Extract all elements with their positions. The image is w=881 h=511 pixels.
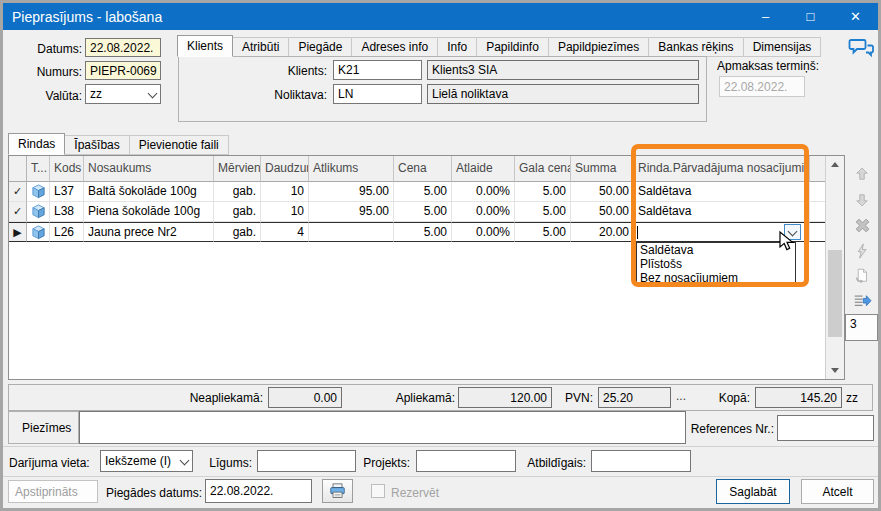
references-label: References Nr.: (690, 421, 774, 437)
datums-label: Datums: (18, 41, 82, 57)
tab-info[interactable]: Info (438, 37, 477, 57)
rezervet-label: Rezervēt (391, 485, 439, 501)
dropdown-option[interactable]: Bez nosacījumiem (637, 271, 795, 285)
apliekama-label: Apliekamā: (388, 390, 455, 406)
kopa-field: 145.20 (755, 387, 842, 408)
tab-bankas-rekins[interactable]: Bankas rēķins (649, 37, 743, 57)
piezimes-label: Piezīmes (22, 420, 71, 436)
chevron-down-icon (180, 455, 190, 465)
neapliekama-label: Neapliekamā: (183, 390, 263, 406)
noliktava-name-field: Lielā noliktava (427, 84, 699, 104)
header-mervien[interactable]: Mērvien... (214, 156, 261, 182)
klients-name-field: Klients3 SIA (427, 60, 699, 80)
header-kods[interactable]: Kods (50, 156, 84, 182)
saglabat-button[interactable]: Saglabāt (716, 479, 790, 504)
vertical-scrollbar[interactable] (825, 156, 844, 379)
numurs-field[interactable]: PIEPR-0069 (85, 61, 161, 80)
copy-document-icon[interactable] (849, 264, 875, 288)
dropdown-option[interactable]: Saldētava (637, 243, 795, 257)
table-row-current[interactable]: ▶ L26 Jauna prece Nr2 gab. 4 5.00 0.00% … (9, 222, 825, 242)
rinda-combobox-editor[interactable] (634, 222, 810, 242)
neapliekama-field: 0.00 (268, 387, 342, 408)
tab-atributi[interactable]: Atribūti (233, 37, 289, 57)
scrollbar-track[interactable] (826, 173, 844, 362)
row-indicator: ✓ (9, 202, 27, 222)
header-summa[interactable]: Summa (571, 156, 634, 182)
window-title: Pieprasījums - labošana (12, 9, 162, 25)
row-indicator: ✓ (9, 182, 27, 202)
piegades-datums-field[interactable]: 22.08.2022. (205, 479, 312, 503)
tab-adreses-info[interactable]: Adreses info (352, 37, 438, 57)
tab-papildpiezimes[interactable]: Papildpiezīmes (549, 37, 649, 57)
tab-papildinfo[interactable]: Papildinfo (477, 37, 549, 57)
tab-pievienotie-faili[interactable]: Pievienotie faili (130, 135, 229, 155)
header-atlikums[interactable]: Atlikums (309, 156, 394, 182)
pvn-field: 25.20 (598, 387, 671, 408)
tab-klients[interactable]: Klients (177, 35, 233, 57)
atcelt-button[interactable]: Atcelt (801, 479, 874, 504)
scroll-down-button[interactable] (826, 362, 844, 379)
separator-line (3, 446, 878, 447)
grid-tabstrip: Rindas Īpašības Pievienotie faili (8, 133, 229, 155)
valuta-label: Valūta: (18, 88, 82, 104)
rezervet-checkbox (371, 484, 385, 498)
darijuma-select[interactable]: Iekšzeme (I) (100, 450, 193, 472)
pvn-label: PVN: (563, 390, 593, 406)
dropdown-option[interactable]: Plīstošs (637, 257, 795, 271)
noliktava-label: Noliktava: (240, 87, 327, 103)
header-cena[interactable]: Cena (394, 156, 452, 182)
header-daudzums[interactable]: Daudzums (261, 156, 309, 182)
datums-field[interactable]: 22.08.2022. (85, 38, 161, 57)
scrollbar-thumb[interactable] (828, 250, 842, 337)
tab-rindas[interactable]: Rindas (8, 133, 65, 155)
header-atlaide[interactable]: Atlaide (452, 156, 515, 182)
transport-conditions-dropdown: Saldētava Plīstošs Bez nosacījumiem (636, 242, 796, 286)
piezimes-input[interactable] (79, 411, 686, 444)
pvn-more-button[interactable]: ... (676, 388, 686, 404)
move-row-down-icon[interactable] (849, 188, 875, 212)
close-button[interactable]: ✕ (833, 3, 878, 30)
scroll-up-button[interactable] (826, 156, 844, 173)
lightning-icon[interactable] (849, 239, 875, 263)
chat-icon[interactable] (848, 36, 876, 60)
printer-icon (328, 482, 347, 500)
table-row[interactable]: ✓ L37 Baltā šokolāde 100g gab. 10 95.00 … (9, 182, 825, 202)
ligums-label: Līgums: (200, 455, 252, 471)
table-row[interactable]: ✓ L38 Piena šokolāde 100g gab. 10 95.00 … (9, 202, 825, 222)
klients-code-field[interactable]: K21 (333, 60, 422, 80)
tab-piegade[interactable]: Piegāde (289, 37, 352, 57)
projekts-label: Projekts: (358, 455, 410, 471)
insert-rows-icon[interactable] (849, 289, 875, 313)
apmaksas-label: Apmaksas termiņš: (717, 58, 819, 74)
print-button[interactable] (322, 479, 353, 503)
apmaksas-field: 22.08.2022. (719, 76, 805, 97)
header-indicator (9, 156, 27, 182)
combobox-dropdown-button[interactable] (784, 224, 801, 240)
header-type[interactable]: T... (27, 156, 50, 182)
numurs-label: Numurs: (18, 64, 82, 80)
atbildigais-label: Atbildīgais: (520, 455, 586, 471)
header-gala-cena[interactable]: Gala cena (515, 156, 571, 182)
tab-ipasibas[interactable]: Īpašības (65, 135, 129, 155)
ligums-input[interactable] (257, 450, 356, 472)
tab-dimensijas[interactable]: Dimensijas (744, 37, 822, 57)
header-nosaukums[interactable]: Nosaukums (84, 156, 214, 182)
piegades-datums-label: Piegādes datums: (106, 485, 202, 501)
delete-rows-icon[interactable] (849, 213, 875, 237)
move-row-up-icon[interactable] (849, 162, 875, 186)
triangle-down-icon (831, 368, 839, 373)
header-rinda-parvadajuma[interactable]: Rinda.Pārvadājuma nosacījumi (634, 156, 810, 182)
grid-header-row: T... Kods Nosaukums Mērvien... Daudzums … (9, 156, 825, 182)
projekts-input[interactable] (416, 450, 516, 472)
valuta-select[interactable]: zz (85, 84, 161, 104)
references-input[interactable] (777, 415, 874, 441)
minimize-button[interactable]: – (743, 3, 788, 30)
klients-label: Klients: (240, 63, 327, 79)
maximize-button[interactable]: □ (788, 3, 833, 30)
currency-label: zz (846, 390, 858, 406)
apstiprinats-button: Apstiprināts (8, 480, 98, 503)
kopa-label: Kopā: (703, 390, 750, 406)
noliktava-code-field[interactable]: LN (333, 84, 422, 104)
package-cube-icon (27, 222, 50, 242)
atbildigais-input[interactable] (591, 450, 691, 472)
